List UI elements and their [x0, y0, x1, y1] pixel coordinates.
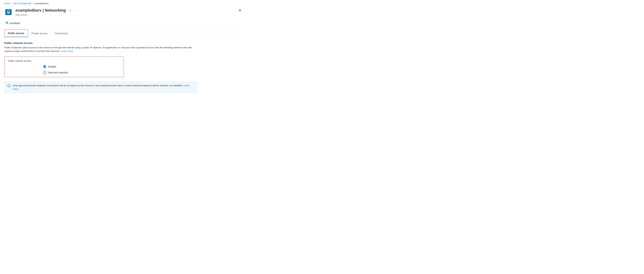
section-title: Public network access [4, 41, 242, 44]
info-box: i Only approved private endpoint connect… [4, 81, 198, 94]
breadcrumb-sep2: › [32, 2, 33, 5]
toolbar: Feedback [4, 19, 242, 28]
tab-connectivity[interactable]: Connectivity [51, 30, 72, 37]
info-icon: i [8, 84, 10, 88]
favorite-button[interactable]: ☆ [68, 7, 72, 13]
radio-group: Disable Selected networks [8, 65, 120, 74]
resource-icon [4, 8, 13, 16]
radio-selected-networks-circle [43, 71, 46, 74]
breadcrumb-resource: exampledbsrv [34, 2, 48, 5]
close-button[interactable]: ✕ [238, 7, 242, 13]
radio-disable-circle [43, 65, 46, 68]
header-left: exampledbsrv | Networking ☆ ··· SQL serv… [4, 7, 80, 16]
svg-point-3 [6, 22, 8, 24]
svg-text:i: i [8, 85, 9, 87]
breadcrumb-home[interactable]: Home [4, 2, 10, 5]
page-title-text: exampledbsrv | Networking [16, 8, 66, 13]
breadcrumb-sep1: › [12, 2, 12, 5]
network-access-box: Public network access Disable Selected n… [4, 57, 124, 77]
resource-type-label: SQL server [16, 13, 80, 16]
learn-more-link-1[interactable]: Learn more [61, 50, 73, 52]
svg-point-2 [8, 12, 9, 13]
info-text-content: Only approved private endpoint connectio… [13, 84, 183, 87]
radio-selected-networks-option[interactable]: Selected networks [43, 71, 120, 74]
section-description: Public Endpoints allow access to this re… [4, 46, 198, 53]
header-title-block: exampledbsrv | Networking ☆ ··· SQL serv… [16, 7, 80, 16]
page-header: exampledbsrv | Networking ☆ ··· SQL serv… [4, 6, 242, 19]
tabs-container: Public access Private access Connectivit… [4, 29, 242, 37]
tab-public-access[interactable]: Public access [4, 29, 28, 37]
radio-disable-option[interactable]: Disable [43, 65, 120, 68]
network-access-label: Public network access [8, 60, 120, 62]
more-options-button[interactable]: ··· [75, 8, 80, 13]
feedback-button[interactable]: Feedback [4, 20, 22, 26]
tab-private-access[interactable]: Private access [28, 30, 51, 37]
radio-disable-label: Disable [48, 65, 56, 68]
info-text: Only approved private endpoint connectio… [13, 84, 195, 91]
svg-line-5 [8, 24, 8, 24]
main-content: Public network access Public Endpoints a… [4, 37, 242, 98]
feedback-label: Feedback [10, 22, 20, 25]
feedback-icon [6, 21, 8, 25]
breadcrumb: Home › SQL-Example-RG › exampledbsrv [4, 0, 242, 6]
radio-selected-networks-label: Selected networks [48, 71, 68, 74]
section-desc-text: Public Endpoints allow access to this re… [4, 46, 192, 52]
svg-point-4 [6, 22, 8, 23]
header-actions: ✕ [238, 7, 242, 13]
breadcrumb-rg[interactable]: SQL-Example-RG [13, 2, 32, 5]
page-title: exampledbsrv | Networking ☆ ··· [16, 7, 80, 13]
